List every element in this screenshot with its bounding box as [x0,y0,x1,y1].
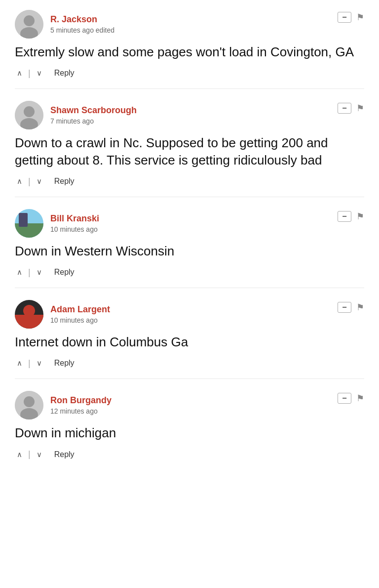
author-info: Ron Burgandy 12 minutes ago [50,395,112,415]
comment-item: Bill Kranski 10 minutes ago − ⚑ Down in … [15,209,364,288]
avatar [15,209,43,238]
comment-actions: − ⚑ [338,211,364,222]
comment-footer: ∧ | ∨ Reply [15,267,364,278]
comment-footer: ∧ | ∨ Reply [15,358,364,369]
author-info: Adam Largent 10 minutes ago [50,304,110,324]
author-info: Shawn Scarborough 7 minutes ago [50,105,137,125]
collapse-button[interactable]: − [338,302,351,313]
divider: | [28,176,31,187]
divider: | [28,68,31,79]
author-name: R. Jackson [50,14,114,25]
svg-point-7 [24,396,35,407]
divider2 [48,449,50,460]
reply-button[interactable]: Reply [54,359,75,368]
upvote-button[interactable]: ∧ [15,358,24,369]
reply-button[interactable]: Reply [54,268,75,277]
collapse-button[interactable]: − [338,12,351,23]
downvote-button[interactable]: ∨ [35,176,44,187]
avatar [15,101,43,129]
comment-text: Down in Western Wisconsin [15,243,364,260]
comment-footer: ∧ | ∨ Reply [15,449,364,460]
comment-header: R. Jackson 5 minutes ago edited − ⚑ [15,10,364,39]
comment-text: Extremly slow and some pages won't load … [15,43,364,61]
collapse-button[interactable]: − [338,393,351,404]
divider: | [28,267,31,278]
upvote-button[interactable]: ∧ [15,267,24,278]
comment-item: Ron Burgandy 12 minutes ago − ⚑ Down in … [15,391,364,469]
comment-header: Shawn Scarborough 7 minutes ago − ⚑ [15,101,364,129]
flag-icon[interactable]: ⚑ [356,12,364,23]
author-name: Ron Burgandy [50,395,112,406]
divider2 [48,68,50,79]
comment-actions: − ⚑ [338,393,364,404]
comment-actions: − ⚑ [338,12,364,23]
comment-header: Ron Burgandy 12 minutes ago − ⚑ [15,391,364,420]
svg-point-4 [24,106,35,117]
comment-header: Bill Kranski 10 minutes ago − ⚑ [15,209,364,238]
reply-button[interactable]: Reply [54,450,75,459]
avatar [15,10,43,39]
comment-text: Internet down in Columbus Ga [15,334,364,351]
comment-timestamp: 10 minutes ago [50,316,110,324]
author-name: Adam Largent [50,304,110,315]
collapse-button[interactable]: − [338,103,351,114]
comment-actions: − ⚑ [338,103,364,114]
upvote-button[interactable]: ∧ [15,449,24,460]
comment-actions: − ⚑ [338,302,364,313]
author-name: Bill Kranski [50,213,99,224]
comment-timestamp: 12 minutes ago [50,407,112,415]
comment-timestamp: 10 minutes ago [50,225,99,233]
avatar [15,391,43,420]
comment-footer: ∧ | ∨ Reply [15,176,364,187]
avatar [15,300,43,329]
comment-header: Adam Largent 10 minutes ago − ⚑ [15,300,364,329]
comment-text: Down in michigan [15,424,364,442]
flag-icon[interactable]: ⚑ [356,393,364,404]
author-name: Shawn Scarborough [50,105,137,116]
flag-icon[interactable]: ⚑ [356,103,364,114]
upvote-button[interactable]: ∧ [15,176,24,187]
flag-icon[interactable]: ⚑ [356,302,364,313]
comment-timestamp: 7 minutes ago [50,117,137,125]
divider: | [28,449,31,460]
downvote-button[interactable]: ∨ [35,267,44,278]
upvote-button[interactable]: ∧ [15,68,24,79]
comment-timestamp: 5 minutes ago edited [50,26,114,34]
comment-header-left: Adam Largent 10 minutes ago [15,300,110,329]
downvote-button[interactable]: ∨ [35,68,44,79]
author-info: Bill Kranski 10 minutes ago [50,213,99,233]
reply-button[interactable]: Reply [54,69,75,78]
downvote-button[interactable]: ∨ [35,449,44,460]
divider2 [48,267,50,278]
comment-item: Shawn Scarborough 7 minutes ago − ⚑ Down… [15,101,364,197]
comment-header-left: Bill Kranski 10 minutes ago [15,209,99,238]
divider2 [48,358,50,369]
comment-text: Down to a crawl in Nc. Supposed to be ge… [15,134,364,169]
svg-point-1 [24,15,35,26]
reply-button[interactable]: Reply [54,177,75,186]
comment-header-left: Ron Burgandy 12 minutes ago [15,391,112,420]
author-info: R. Jackson 5 minutes ago edited [50,14,114,34]
downvote-button[interactable]: ∨ [35,358,44,369]
comment-item: Adam Largent 10 minutes ago − ⚑ Internet… [15,300,364,379]
divider: | [28,358,31,369]
comment-item: R. Jackson 5 minutes ago edited − ⚑ Extr… [15,10,364,89]
collapse-button[interactable]: − [338,211,351,222]
comment-header-left: Shawn Scarborough 7 minutes ago [15,101,137,129]
comment-footer: ∧ | ∨ Reply [15,68,364,79]
flag-icon[interactable]: ⚑ [356,211,364,222]
divider2 [48,176,50,187]
comment-header-left: R. Jackson 5 minutes ago edited [15,10,114,39]
